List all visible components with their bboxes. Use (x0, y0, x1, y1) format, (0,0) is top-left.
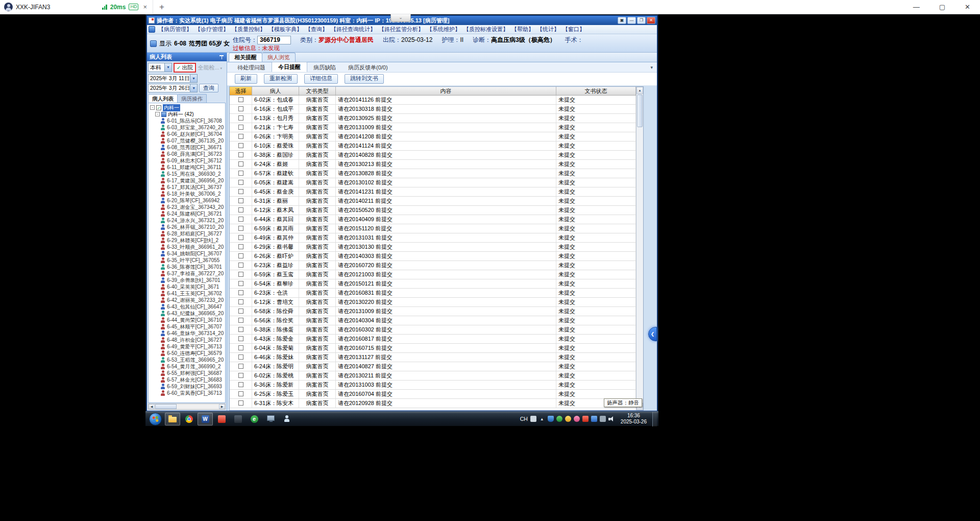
patient-tree-item[interactable]: 6-57_林金光[CF]_36683 (160, 376, 225, 383)
tree-root-checkbox[interactable]: ✓ (156, 105, 161, 110)
app-restore-button[interactable]: ❐ (637, 17, 646, 24)
taskbar-explorer-button[interactable] (165, 413, 180, 425)
row-checkbox[interactable] (238, 318, 243, 323)
table-row[interactable]: 6-36床：陈爱新 病案首页 请在20131003 前提交 未提交 (230, 381, 636, 390)
patient-tree-item[interactable]: 6-03_郑宝棠_367240_20 (160, 124, 225, 131)
patient-tree-item[interactable]: 6-20_陈琴[CF]_366942 (160, 197, 225, 204)
patient-tree-item[interactable]: 6-60_雷凤香[CF]_36713 (160, 390, 225, 396)
table-row[interactable]: 6-44床：蔡其回 病案首页 请在20140409 前提交 未提交 (230, 215, 636, 224)
patient-tree-item[interactable]: 6-59_刘财妹[CF]_36693 (160, 383, 225, 390)
table-row[interactable]: 6-26床：蔡吓炉 病案首页 请在20140303 前提交 未提交 (230, 252, 636, 261)
row-checkbox[interactable] (238, 253, 243, 258)
patient-tree-item[interactable]: 6-11_郑建鸿[CF]_36711 (160, 164, 225, 171)
row-checkbox[interactable] (238, 345, 243, 350)
pink-tray-icon[interactable] (574, 416, 580, 422)
browser-tab[interactable]: XXK-JIFAN3 20ms HD × (0, 0, 153, 14)
patient-tree-item[interactable]: 6-28_郑稻庭[CF]_36727 (160, 230, 225, 237)
row-checkbox[interactable] (238, 364, 243, 369)
row-checkbox[interactable] (238, 400, 243, 406)
sidebar-horizontal-scrollbar[interactable]: ◀ ▶ (148, 404, 226, 410)
header-content[interactable]: 内容 (336, 87, 556, 95)
table-row[interactable]: 6-43床：陈爱金 病案首页 请在20160817 前提交 未提交 (230, 335, 636, 344)
language-indicator[interactable]: CH (520, 416, 528, 422)
patient-tree-item[interactable]: 6-17_黄建国_366956_20 (160, 177, 225, 184)
menu-item[interactable]: 【路径监管分析】 (377, 26, 425, 33)
patient-tree-item[interactable]: 6-01_陈品乐[CF]_36708 (160, 117, 225, 124)
patient-tree-item[interactable]: 6-17_郑其汤[CF]_36737 (160, 184, 225, 191)
row-checkbox[interactable] (238, 299, 243, 304)
table-row[interactable]: 6-49床：蔡其仲 病案首页 请在20131031 前提交 未提交 (230, 233, 636, 243)
patient-tree-item[interactable]: 6-46_意妹华_367314_20 (160, 330, 225, 337)
smart-check-button[interactable]: 全能检... ▾ (198, 64, 222, 72)
patient-tree-item[interactable]: 6-41_王玉英[CF]_36702 (160, 290, 225, 297)
table-row[interactable]: 6-23床：仓洪 病案首页 请在20160831 前提交 未提交 (230, 289, 636, 298)
row-checkbox[interactable] (238, 235, 243, 240)
volume-icon[interactable] (608, 416, 615, 422)
menu-item[interactable]: 【统计】 (535, 26, 561, 33)
keyboard-tray-icon[interactable] (530, 416, 536, 422)
toolbar-button[interactable]: 重新检测 (264, 74, 298, 84)
patient-tree-item[interactable]: 6-43_包其仙[CF]_36647 (160, 303, 225, 310)
patient-tree-item[interactable]: 6-37_李祯喜_367227_20 (160, 270, 225, 277)
menu-item[interactable]: 【诊疗管理】 (193, 26, 230, 33)
admission-number[interactable]: 366719 (257, 36, 291, 44)
patient-tree-item[interactable]: 6-42_谢丽英_367233_20 (160, 297, 225, 303)
close-tab-button[interactable]: × (141, 3, 149, 11)
table-row[interactable]: 6-31床：蔡丽 病案首页 请在20140211 前提交 未提交 (230, 197, 636, 206)
table-row[interactable]: 6-16床：包成平 病案首页 请在20130318 前提交 未提交 (230, 105, 636, 114)
toolbar-button[interactable]: 详细信息 (304, 74, 338, 84)
toolbar-button[interactable]: 刷新 (235, 74, 257, 84)
taskbar-browser-e-button[interactable]: e (247, 413, 262, 425)
patient-tree-item[interactable]: 6-24_陈建柄[CF]_36721 (160, 210, 225, 217)
chevron-down-icon[interactable]: ▼ (164, 63, 172, 72)
tree-collapse-icon[interactable]: - (155, 112, 160, 116)
header-doc-type[interactable]: 文书类型 (299, 87, 336, 95)
scroll-thumb[interactable] (155, 404, 177, 409)
row-checkbox[interactable] (238, 244, 243, 249)
menu-item[interactable]: 【窗口】 (561, 26, 586, 33)
tab-related-reminders[interactable]: 相关提醒 (229, 53, 262, 62)
patient-tree-item[interactable]: 6-34_姚朝阳[CF]_36707 (160, 250, 225, 257)
green-tray-icon[interactable] (556, 416, 562, 422)
row-checkbox[interactable] (238, 161, 243, 167)
taskbar-red-app-button[interactable] (214, 413, 229, 425)
table-row[interactable]: 6-59床：蔡玉鸾 病案首页 请在20121003 前提交 未提交 (230, 270, 636, 279)
row-checkbox[interactable] (238, 309, 243, 314)
patient-tree-item[interactable]: 6-55_郑树强[CF]_36687 (160, 370, 225, 376)
table-row[interactable]: 6-46床：陈爱妹 病案首页 请在20131127 前提交 未提交 (230, 353, 636, 362)
subtab-pending-issues[interactable]: 待处理问题 (231, 63, 272, 72)
taskbar-dark-app-button[interactable] (230, 413, 246, 425)
table-row[interactable]: 6-12床：曹培文 病案首页 请在20130220 前提交 未提交 (230, 298, 636, 307)
taskbar-person-app-button[interactable] (279, 413, 295, 425)
show-hidden-icons[interactable]: ▴ (539, 416, 545, 422)
table-row[interactable]: 6-29床：蔡书馨 病案首页 请在20130130 前提交 未提交 (230, 243, 636, 252)
row-checkbox[interactable] (238, 281, 243, 286)
row-checkbox[interactable] (238, 171, 243, 176)
table-row[interactable]: 6-54床：蔡黎珍 病案首页 请在20150121 前提交 未提交 (230, 279, 636, 289)
tree-collapse-icon[interactable]: - (150, 105, 155, 110)
scroll-thumb[interactable] (637, 94, 643, 127)
menu-item[interactable]: 【质控标准设置】 (462, 26, 510, 33)
app-close-button[interactable]: ✕ (647, 17, 655, 24)
maximize-button[interactable]: ▢ (929, 0, 955, 14)
show-desktop-button[interactable] (652, 412, 657, 427)
table-row[interactable]: 6-24床：蔡姬 病案首页 请在20130213 前提交 未提交 (230, 160, 636, 169)
table-row[interactable]: 6-38床：蔡国珍 病案首页 请在20140828 前提交 未提交 (230, 151, 636, 160)
taskbar-monitor-button[interactable] (263, 413, 278, 425)
patient-tree-item[interactable]: 6-53_王稻莲_366965_20 (160, 357, 225, 363)
tab-patient-list[interactable]: 病人列表 (148, 94, 178, 103)
header-select[interactable]: 选择 (230, 87, 252, 95)
tab-patient-browse[interactable]: 病人浏览 (262, 53, 296, 62)
patient-tree-item[interactable]: 6-23_谢金宝_367343_20 (160, 204, 225, 210)
row-checkbox[interactable] (238, 115, 243, 121)
scroll-left-arrow[interactable]: ◀ (149, 404, 155, 409)
patient-tree-item[interactable]: 6-15_周在珠_366930_2 (160, 171, 225, 177)
menu-item[interactable]: 【查询】 (304, 26, 329, 33)
subtab-feedback-forms[interactable]: 病历反馈单(0/0) (342, 63, 394, 72)
row-checkbox[interactable] (238, 226, 243, 231)
table-row[interactable]: 6-13床：包月秀 病案首页 请在20130925 前提交 未提交 (230, 114, 636, 123)
patient-tree-item[interactable]: 6-33_叶顺炎_366961_20 (160, 244, 225, 250)
table-row[interactable]: 6-12床：蔡木凤 病案首页 请在20150520 前提交 未提交 (230, 206, 636, 215)
row-checkbox[interactable] (238, 198, 243, 203)
table-row[interactable]: 6-04床：陈爱菊 病案首页 请在20160715 前提交 未提交 (230, 344, 636, 353)
